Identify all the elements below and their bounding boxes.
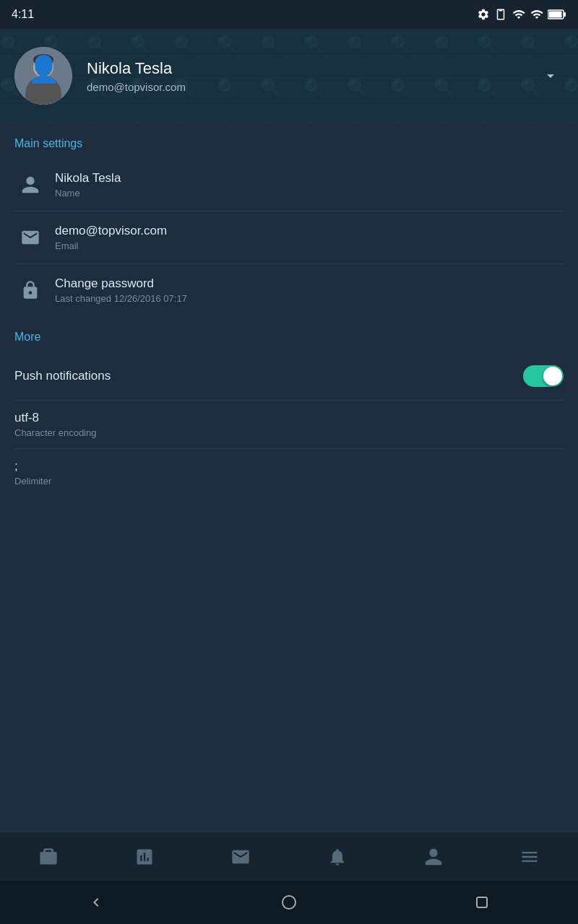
sim-status-icon [494, 8, 507, 21]
delimiter-item[interactable]: ; Delimiter [0, 449, 578, 497]
svg-point-6 [33, 54, 53, 66]
android-nav-bar [0, 881, 578, 924]
main-settings-section-label: Main settings [0, 123, 578, 159]
header: Nikola Tesla demo@topvisor.com [0, 29, 578, 123]
email-icon-container [14, 222, 46, 253]
home-button[interactable] [276, 889, 302, 915]
name-value: Nikola Tesla [55, 171, 564, 186]
content-area: Main settings Nikola Tesla Name demo@top… [0, 123, 578, 497]
password-title: Change password [55, 276, 564, 291]
push-notifications-row[interactable]: Push notifications [0, 352, 578, 400]
password-subtitle: Last changed 12/26/2016 07:17 [55, 293, 564, 304]
lock-icon [20, 280, 40, 300]
svg-rect-1 [549, 12, 562, 18]
status-icons [477, 8, 566, 21]
svg-point-3 [14, 47, 72, 105]
delimiter-label: Delimiter [14, 476, 564, 487]
nav-item-menu[interactable] [482, 832, 578, 881]
name-setting-item[interactable]: Nikola Tesla Name [0, 159, 578, 211]
email-label: Email [55, 240, 564, 251]
signal-icon [530, 8, 543, 21]
lock-icon-container [14, 274, 46, 306]
header-info: Nikola Tesla demo@topvisor.com [87, 59, 538, 93]
svg-point-7 [39, 71, 48, 74]
status-time: 4:11 [12, 8, 34, 21]
menu-icon [519, 847, 540, 867]
email-setting-item[interactable]: demo@topvisor.com Email [0, 212, 578, 263]
status-bar: 4:11 [0, 0, 578, 29]
character-encoding-item[interactable]: utf-8 Character encoding [0, 401, 578, 448]
chevron-down-icon [542, 67, 559, 84]
avatar [14, 47, 72, 105]
account-dropdown-button[interactable] [538, 63, 564, 89]
svg-point-5 [27, 81, 59, 105]
home-icon [282, 895, 296, 910]
name-label: Name [55, 188, 564, 199]
header-name: Nikola Tesla [87, 59, 538, 78]
mail-nav-icon [230, 847, 251, 867]
password-setting-item[interactable]: Change password Last changed 12/26/2016 … [0, 264, 578, 316]
avatar-image [14, 47, 72, 105]
svg-rect-2 [564, 12, 566, 17]
person-icon [20, 175, 40, 195]
chart-icon [134, 847, 155, 867]
nav-item-reports[interactable] [193, 832, 289, 881]
push-notifications-toggle[interactable] [523, 365, 564, 387]
password-setting-text: Change password Last changed 12/26/2016 … [55, 276, 564, 304]
back-icon [87, 894, 105, 911]
bell-icon [327, 847, 348, 867]
svg-point-8 [282, 896, 296, 909]
wifi-icon [512, 8, 526, 21]
character-encoding-label: Character encoding [14, 427, 564, 438]
push-notifications-label: Push notifications [14, 369, 111, 383]
name-setting-text: Nikola Tesla Name [55, 171, 564, 199]
nav-item-notifications[interactable] [289, 832, 385, 881]
nav-item-projects[interactable] [0, 832, 96, 881]
recents-button[interactable] [469, 889, 495, 915]
delimiter-value: ; [14, 459, 564, 474]
character-encoding-value: utf-8 [14, 411, 564, 425]
nav-item-rankings[interactable] [96, 832, 192, 881]
header-email: demo@topvisor.com [87, 81, 538, 93]
svg-rect-9 [477, 897, 487, 907]
person-nav-icon [423, 847, 444, 867]
settings-status-icon [477, 8, 490, 21]
back-button[interactable] [83, 889, 109, 915]
person-icon-container [14, 169, 46, 201]
nav-item-profile[interactable] [385, 832, 481, 881]
email-value: demo@topvisor.com [55, 224, 564, 238]
email-setting-text: demo@topvisor.com Email [55, 224, 564, 251]
battery-icon [548, 9, 566, 20]
recents-icon [475, 896, 488, 909]
toggle-thumb [543, 367, 562, 385]
bottom-nav [0, 832, 578, 881]
svg-point-4 [33, 57, 53, 77]
email-icon [20, 227, 40, 248]
more-section-label: More [0, 316, 578, 352]
briefcase-icon [38, 847, 59, 867]
